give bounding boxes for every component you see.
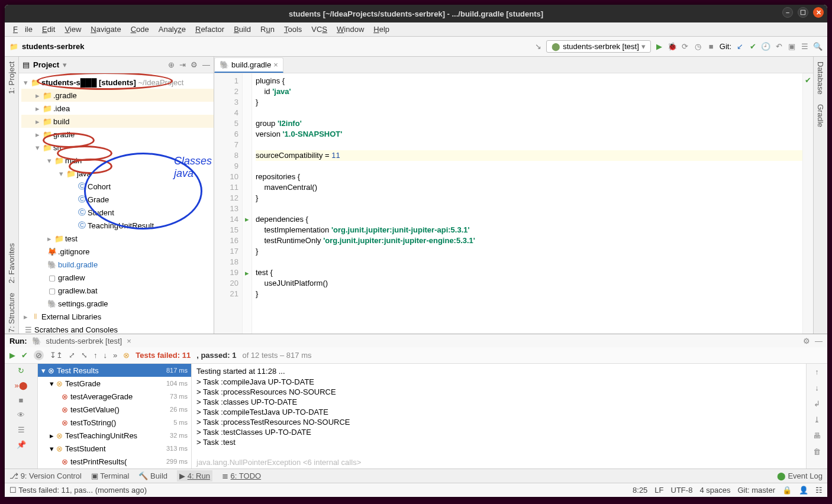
- status-encoding[interactable]: UTF-8: [671, 486, 693, 495]
- locate-icon[interactable]: ⊕: [168, 60, 175, 69]
- menu-tools[interactable]: Tools: [280, 24, 305, 35]
- test-results-tree[interactable]: ▾⊗Test Results817 ms ▾⊗TestGrade104 ms ⊗…: [38, 364, 192, 469]
- stop-icon[interactable]: ■: [19, 396, 24, 405]
- menu-help[interactable]: Help: [370, 24, 393, 35]
- sidebar-tab-gradle[interactable]: Gradle: [816, 103, 825, 128]
- status-indent[interactable]: 4 spaces: [699, 486, 730, 495]
- tree-settings-gradle[interactable]: settings.gradle: [58, 299, 108, 308]
- layout-icon[interactable]: ☰: [18, 425, 25, 434]
- tree-java[interactable]: java: [77, 169, 91, 178]
- clear-icon[interactable]: 🗑: [813, 447, 821, 456]
- project-view-mode[interactable]: Project: [33, 60, 59, 69]
- tree-gitignore[interactable]: .gitignore: [58, 247, 89, 256]
- scroll-end-icon[interactable]: ⤓: [814, 415, 820, 424]
- fold-gutter[interactable]: ▸▸: [243, 73, 252, 334]
- tree-gradlew[interactable]: gradlew: [58, 273, 85, 282]
- soft-wrap-icon[interactable]: ↲: [814, 399, 820, 408]
- menu-run[interactable]: Run: [257, 24, 278, 35]
- rerun-icon[interactable]: ↻: [18, 366, 24, 375]
- breadcrumb-root[interactable]: students-serbrek: [22, 42, 84, 51]
- run-hide-icon[interactable]: —: [815, 337, 823, 345]
- status-caret-pos[interactable]: 8:25: [633, 486, 647, 495]
- tree-src[interactable]: src: [53, 143, 63, 152]
- status-line-sep[interactable]: LF: [654, 486, 663, 495]
- ide-settings-icon[interactable]: ☰: [800, 42, 810, 51]
- settings-gear-icon[interactable]: ⚙: [191, 60, 198, 69]
- ide-structure-icon[interactable]: ▣: [787, 42, 796, 51]
- tree-dot-gradle[interactable]: .gradle: [53, 91, 77, 100]
- sidebar-tab-database[interactable]: Database: [816, 60, 825, 96]
- vcs-commit-icon[interactable]: ✔: [748, 42, 757, 51]
- tree-main[interactable]: main: [65, 156, 82, 165]
- build-icon[interactable]: ↘: [533, 42, 543, 51]
- vcs-revert-icon[interactable]: ↶: [774, 42, 783, 51]
- memory-icon[interactable]: ☷: [815, 486, 823, 495]
- menu-build[interactable]: Build: [230, 24, 254, 35]
- menu-edit[interactable]: Edit: [38, 24, 59, 35]
- window-minimize-button[interactable]: –: [782, 7, 793, 18]
- editor-tab-build-gradle[interactable]: 🐘 build.gradle ×: [214, 57, 283, 73]
- status-git-branch[interactable]: Git: master: [737, 486, 775, 495]
- attach-icon[interactable]: 👁: [17, 411, 25, 419]
- menu-refactor[interactable]: Refactor: [192, 24, 228, 35]
- debug-button[interactable]: 🐞: [667, 42, 677, 51]
- tree-build-gradle[interactable]: build.gradle: [58, 260, 98, 269]
- hide-panel-icon[interactable]: —: [202, 60, 210, 69]
- run-debug-icon[interactable]: »⬤: [14, 381, 27, 390]
- menu-navigate[interactable]: Navigate: [87, 24, 124, 35]
- next-fail-icon[interactable]: ↓: [104, 351, 108, 360]
- sort-icon[interactable]: ↧↥: [50, 351, 63, 360]
- toolwin-todo[interactable]: ≣ 6: TODO: [222, 471, 261, 480]
- menu-file[interactable]: File: [9, 24, 36, 35]
- sidebar-tab-project[interactable]: 1: Project: [7, 60, 16, 95]
- scroll-up-icon[interactable]: ↑: [815, 367, 819, 376]
- profile-button[interactable]: ◷: [694, 42, 703, 51]
- toolwin-build[interactable]: 🔨 Build: [138, 471, 167, 480]
- collapse-icon[interactable]: ⇥: [179, 60, 186, 69]
- run-button[interactable]: ▶: [654, 42, 664, 51]
- tree-scratches[interactable]: Scratches and Consoles: [34, 325, 118, 334]
- tree-class-cohort[interactable]: Cohort: [88, 182, 111, 191]
- tree-class-teachingunitresult[interactable]: TeachingUnitResult: [88, 221, 154, 230]
- toolwin-terminal[interactable]: ▣ Terminal: [91, 471, 130, 480]
- run-config-selector[interactable]: ⬤ students-serbrek [test] ▾: [546, 40, 651, 53]
- menu-analyze[interactable]: Analyze: [155, 24, 189, 35]
- toolwin-version-control[interactable]: ⎇ 9: Version Control: [9, 471, 82, 480]
- lock-icon[interactable]: 🔒: [782, 486, 792, 495]
- prev-fail-icon[interactable]: ↑: [93, 351, 98, 360]
- stop-button[interactable]: ■: [707, 42, 716, 51]
- tree-build[interactable]: build: [53, 117, 69, 126]
- test-console-output[interactable]: Testing started at 11:28 ... > Task :com…: [192, 364, 806, 469]
- run-settings-icon[interactable]: ⚙: [803, 337, 810, 345]
- project-tree[interactable]: Classes java ▾📁students-s███ [students] …: [19, 73, 214, 334]
- tree-gradlew-bat[interactable]: gradlew.bat: [58, 286, 98, 295]
- scroll-down-icon[interactable]: ↓: [815, 383, 819, 392]
- tree-class-student[interactable]: Student: [88, 208, 114, 217]
- vcs-history-icon[interactable]: 🕘: [761, 42, 770, 51]
- toolwin-event-log[interactable]: ⬤ Event Log: [777, 471, 823, 480]
- menu-view[interactable]: View: [61, 24, 85, 35]
- window-maximize-button[interactable]: ☐: [798, 7, 808, 18]
- menu-code[interactable]: Code: [127, 24, 153, 35]
- code-content[interactable]: plugins { id 'java' } group 'l2info' ver…: [252, 73, 802, 334]
- menu-window[interactable]: Window: [333, 24, 367, 35]
- tree-external-libraries[interactable]: External Libraries: [41, 312, 101, 321]
- close-tab-icon[interactable]: ×: [273, 60, 278, 69]
- tree-class-grade[interactable]: Grade: [88, 195, 109, 204]
- coverage-button[interactable]: ⟳: [681, 42, 690, 51]
- pin-icon[interactable]: 📌: [17, 440, 26, 449]
- rerun-button[interactable]: ▶: [9, 351, 15, 360]
- vcs-update-icon[interactable]: ↙: [735, 42, 744, 51]
- tree-idea[interactable]: .idea: [53, 104, 70, 113]
- collapse-all-icon[interactable]: ⤡: [81, 351, 88, 360]
- tree-gradle[interactable]: gradle: [53, 130, 75, 139]
- show-passed-icon[interactable]: ✔: [21, 351, 28, 360]
- sidebar-tab-structure[interactable]: 7: Structure: [7, 292, 16, 334]
- window-close-button[interactable]: ✕: [813, 7, 824, 18]
- tree-test[interactable]: test: [65, 234, 78, 243]
- menu-vcs[interactable]: VCS: [308, 24, 331, 35]
- inspector-icon[interactable]: 👤: [799, 486, 808, 495]
- search-everywhere-icon[interactable]: 🔍: [813, 42, 823, 51]
- tree-root[interactable]: students-s███ [students]: [41, 78, 136, 87]
- expand-icon[interactable]: ⤢: [69, 351, 75, 360]
